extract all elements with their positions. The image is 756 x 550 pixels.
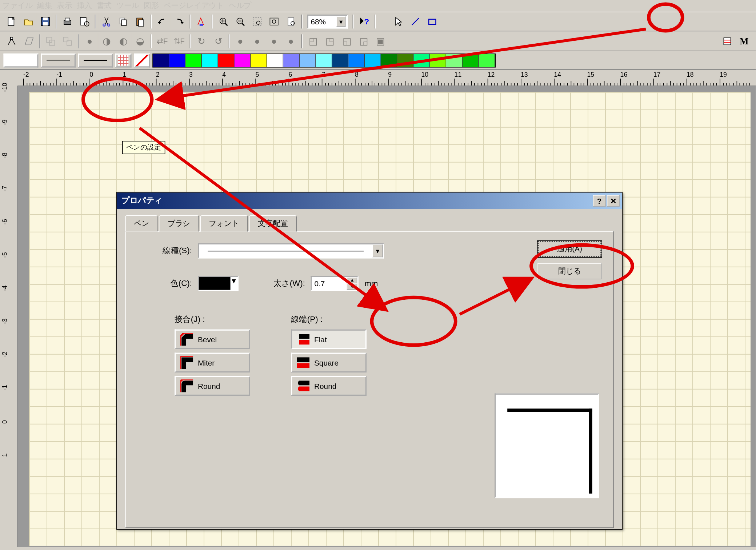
palette-color[interactable] [430,54,446,67]
palette-color[interactable] [218,54,235,67]
flip-h-button[interactable]: ⇄F [154,33,171,49]
tab-pen[interactable]: ペン [125,215,158,232]
forward-button[interactable]: ● [249,33,265,49]
subtract-button[interactable]: ◐ [115,33,132,49]
intersect-button[interactable]: ◑ [98,33,115,49]
cap-round-button[interactable]: Round [291,376,367,396]
new-button[interactable] [4,13,20,30]
node-edit-button[interactable] [4,33,20,49]
dropdown-icon[interactable]: ▼ [372,244,383,257]
zoom-page-button[interactable] [283,13,299,30]
fill-swatch-button[interactable] [4,53,39,67]
print-preview-button[interactable] [76,13,93,30]
union-button[interactable]: ● [81,33,98,49]
svg-rect-14 [200,24,203,25]
palette-color[interactable] [267,54,283,67]
dialog-titlebar[interactable]: プロパティ ? ✕ [117,193,622,209]
shear-button[interactable] [20,33,37,49]
join-miter-button[interactable]: Miter [175,353,250,372]
rotate-ccw-button[interactable]: ↺ [210,33,227,49]
zoom-out-button[interactable] [232,13,248,30]
palette-color[interactable] [235,54,251,67]
close-button[interactable]: 閉じる [537,263,601,279]
back-button[interactable]: ● [283,33,299,49]
line-style-button[interactable] [41,53,76,67]
line-tool-button[interactable] [407,13,424,30]
rotate-cw-button[interactable]: ↻ [193,33,209,49]
zoom-fit-button[interactable] [266,13,282,30]
palette-color[interactable] [202,54,218,67]
align-tl-button[interactable]: ◰ [305,33,321,49]
palette-color[interactable] [397,54,414,67]
spin-up-icon[interactable]: ▲ [347,277,357,284]
zoom-input[interactable] [311,17,336,26]
save-button[interactable] [37,13,53,30]
line-type-combo[interactable]: ▼ [198,243,384,259]
palette-color[interactable] [414,54,430,67]
layers-button[interactable] [719,33,736,49]
join-bevel-button[interactable]: Bevel [175,330,250,349]
line-weight-button[interactable] [78,53,113,67]
xor-button[interactable]: ◒ [132,33,148,49]
square-cap-icon [297,356,309,369]
dropdown-icon[interactable]: ▼ [231,277,237,290]
palette-color[interactable] [300,54,316,67]
redo-button[interactable] [171,13,187,30]
align-c-button[interactable]: ▣ [372,33,389,49]
align-br-button[interactable]: ◲ [356,33,372,49]
palette-color[interactable] [185,54,202,67]
palette-color[interactable] [365,54,381,67]
palette-color[interactable] [348,54,365,67]
palette-color[interactable] [251,54,267,67]
apply-button[interactable]: 適用(A) [537,241,601,257]
cap-flat-button[interactable]: Flat [291,330,367,349]
group-button[interactable] [43,33,59,49]
color-combo[interactable]: ▼ [198,276,239,291]
cut-button[interactable] [98,13,115,30]
flat-cap-icon [297,333,309,346]
help-button[interactable]: ? [356,13,372,30]
line-type-preview [199,244,372,257]
palette-color[interactable] [479,54,495,67]
backward-button[interactable]: ● [266,33,282,49]
paste-button[interactable] [132,13,148,30]
palette-color[interactable] [463,54,479,67]
zoom-in-button[interactable] [215,13,232,30]
join-label: 接合(J) : [175,314,250,325]
print-button[interactable] [59,13,76,30]
width-spinner[interactable]: ▲ ▼ [311,276,359,291]
m-button[interactable]: M [736,33,752,49]
palette-color[interactable] [169,54,186,67]
ungroup-button[interactable] [59,33,76,49]
palette-color[interactable] [316,54,332,67]
flip-v-button[interactable]: ⇅F [171,33,187,49]
select-tool-button[interactable] [391,13,407,30]
open-button[interactable] [20,13,37,30]
palette-color[interactable] [381,54,397,67]
align-bl-button[interactable]: ◱ [339,33,355,49]
undo-button[interactable] [154,13,171,30]
zoom-dropdown-icon[interactable]: ▼ [336,16,346,27]
rect-tool-button[interactable] [424,13,440,30]
none-fill-button[interactable] [134,53,150,67]
zoom-combo[interactable]: ▼ [307,15,348,28]
copy-button[interactable] [115,13,132,30]
palette-color[interactable] [332,54,349,67]
align-tr-button[interactable]: ◳ [322,33,338,49]
palette-color[interactable] [446,54,463,67]
edit-tool-button[interactable] [193,13,209,30]
dialog-close-button[interactable]: ✕ [607,195,620,207]
cap-square-button[interactable]: Square [291,353,367,372]
tab-font[interactable]: フォント [200,215,248,232]
tab-brush[interactable]: ブラシ [159,215,199,232]
palette-color[interactable] [153,54,169,67]
spin-down-icon[interactable]: ▼ [347,283,357,290]
zoom-area-button[interactable] [249,13,265,30]
palette-color[interactable] [283,54,300,67]
front-button[interactable]: ● [232,33,248,49]
width-input[interactable] [312,277,347,290]
hatch-button[interactable] [115,53,132,67]
dialog-help-button[interactable]: ? [593,195,605,207]
join-round-button[interactable]: Round [175,376,250,396]
tab-textlayout[interactable]: 文字配置 [249,215,297,232]
